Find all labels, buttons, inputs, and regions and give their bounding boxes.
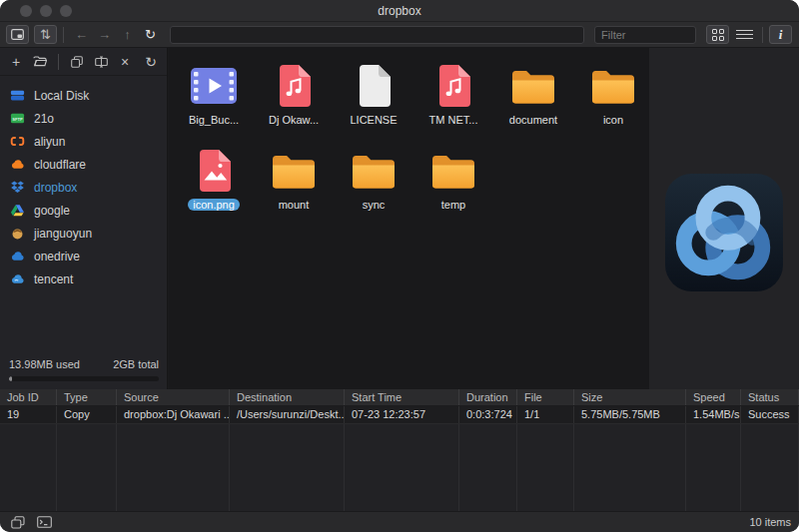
transfer-cell-source: dropbox:Dj Okawari ... (117, 406, 230, 423)
file-name-label: TM NET... (429, 114, 478, 126)
open-drive-button[interactable] (28, 52, 52, 72)
app-window: dropbox ⇅ ← → ↑ ↻ i + (0, 0, 799, 532)
drive-list: Local DiskSFTP21oaliyuncloudflaredropbox… (0, 76, 167, 290)
grid-view-button[interactable] (706, 25, 729, 44)
storage-usage: 13.98MB used 2GB total (0, 358, 168, 381)
transfer-cell-start-time: 07-23 12:23:57 (345, 406, 459, 423)
file-item-license[interactable]: LICENSE (334, 56, 413, 141)
transfers-table: Job IDTypeSourceDestinationStart TimeDur… (0, 389, 799, 511)
info-button[interactable]: i (769, 25, 792, 44)
sidebar-item-jianguoyun[interactable]: jianguoyun (0, 222, 167, 245)
terminal-button[interactable] (34, 514, 54, 530)
file-item-sync[interactable]: sync (334, 141, 413, 226)
aliyun-drive-icon (10, 134, 25, 149)
file-name-label: Dj Okaw... (269, 114, 319, 126)
file-item-big-buc...[interactable]: Big_Buc... (174, 56, 254, 141)
add-drive-button[interactable]: + (4, 52, 28, 72)
back-button[interactable]: ← (70, 25, 93, 44)
audio-file-icon (435, 62, 471, 110)
column-header-speed[interactable]: Speed (686, 389, 741, 405)
rename-drive-button[interactable] (89, 52, 113, 72)
empty-column (574, 424, 686, 511)
column-header-job-id[interactable]: Job ID (0, 389, 57, 405)
drive-label: cloudflare (34, 158, 86, 172)
sidebar-item-google[interactable]: google (0, 199, 167, 222)
sidebar-item-onedrive[interactable]: onedrive (0, 245, 167, 267)
document-file-icon (356, 62, 392, 110)
column-header-file[interactable]: File (517, 389, 574, 405)
up-icon: ↑ (124, 27, 131, 42)
google-drive-icon (10, 203, 25, 218)
title-bar: dropbox (0, 0, 799, 22)
file-item-document[interactable]: document (493, 56, 573, 141)
toggle-transfers-button[interactable]: ⇅ (34, 25, 57, 44)
folder-file-icon (590, 62, 636, 110)
file-grid: Big_Buc...Dj Okaw...LICENSETM NET... doc… (174, 56, 649, 226)
file-item-icon[interactable]: icon (573, 56, 653, 141)
disk-drive-icon (10, 88, 25, 103)
empty-column (686, 424, 741, 511)
sftp-drive-icon: SFTP (10, 111, 25, 126)
explorer-panel-icon (11, 29, 24, 40)
forward-button[interactable]: → (93, 25, 116, 44)
sidebar-item-tencent[interactable]: tencent (0, 267, 167, 290)
sidebar-item-cloudflare[interactable]: cloudflare (0, 153, 167, 176)
column-header-size[interactable]: Size (574, 389, 686, 405)
file-name-label: document (509, 114, 557, 126)
items-count-label: 10 items (749, 516, 791, 528)
refresh-icon: ↻ (145, 27, 156, 42)
file-item-tm-net...[interactable]: TM NET... (413, 56, 493, 141)
filter-input[interactable] (594, 26, 696, 44)
up-button[interactable]: ↑ (116, 25, 139, 44)
copy-drive-button[interactable] (65, 52, 89, 72)
column-header-status[interactable]: Status (741, 389, 799, 405)
main-toolbar: ⇅ ← → ↑ ↻ i (0, 22, 799, 48)
sidebar-item-dropbox[interactable]: dropbox (0, 176, 167, 199)
empty-column (57, 424, 117, 511)
remove-drive-button[interactable]: × (113, 52, 137, 72)
column-header-source[interactable]: Source (117, 389, 230, 405)
file-name-label: temp (441, 199, 465, 211)
file-item-icon.png[interactable]: icon.png (174, 141, 254, 226)
file-item-dj-okaw...[interactable]: Dj Okaw... (254, 56, 334, 141)
sidebar-item-aliyun[interactable]: aliyun (0, 130, 167, 153)
storage-total-label: 2GB total (113, 358, 159, 370)
transfers-empty-area (0, 424, 799, 511)
svg-text:SFTP: SFTP (12, 117, 23, 122)
file-name-label: sync (363, 199, 386, 211)
file-item-temp[interactable]: temp (413, 141, 493, 226)
refresh-icon: ↻ (145, 54, 157, 70)
column-header-duration[interactable]: Duration (459, 389, 517, 405)
file-item-mount[interactable]: mount (254, 141, 334, 226)
toggle-explorer-button[interactable] (6, 25, 29, 44)
transfer-cell-file: 1/1 (517, 406, 574, 423)
sidebar-item-local-disk[interactable]: Local Disk (0, 84, 167, 107)
transfers-icon: ⇅ (40, 27, 51, 42)
file-name-label: LICENSE (350, 114, 397, 126)
dropbox-drive-icon (10, 180, 25, 195)
file-pane: Big_Buc...Dj Okaw...LICENSETM NET... doc… (169, 48, 649, 389)
storage-usage-bar (9, 376, 159, 381)
sidebar-toolbar-divider (58, 54, 59, 70)
jobs-panel-button[interactable] (8, 514, 28, 530)
refresh-button[interactable]: ↻ (139, 25, 162, 44)
sidebar-item-21o[interactable]: SFTP21o (0, 107, 167, 130)
file-name-label: Big_Buc... (189, 114, 239, 126)
list-view-button[interactable] (733, 25, 756, 44)
sidebar-toolbar: + × ↻ (0, 48, 167, 76)
column-header-type[interactable]: Type (57, 389, 117, 405)
transfer-cell-status: Success (741, 406, 799, 423)
grid-view-icon (712, 29, 724, 41)
back-icon: ← (75, 27, 88, 42)
transfers-header-row: Job IDTypeSourceDestinationStart TimeDur… (0, 389, 799, 406)
copy-icon (71, 56, 83, 68)
cloudflare-drive-icon (10, 157, 25, 172)
transfer-cell-job-id: 19 (0, 406, 57, 423)
toolbar-divider-2 (762, 27, 763, 43)
transfer-row[interactable]: 19Copydropbox:Dj Okawari .../Users/surun… (0, 406, 799, 424)
storage-usage-fill (9, 376, 12, 381)
column-header-destination[interactable]: Destination (230, 389, 345, 405)
address-input[interactable] (170, 26, 584, 44)
column-header-start-time[interactable]: Start Time (345, 389, 459, 405)
refresh-drives-button[interactable]: ↻ (139, 52, 163, 72)
